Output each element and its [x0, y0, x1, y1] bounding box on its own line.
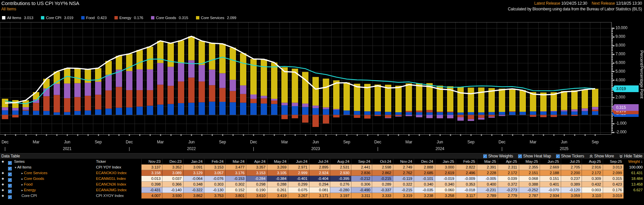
table-cell[interactable]: 2.172 [498, 170, 518, 176]
table-cell[interactable]: 2.930 [330, 170, 351, 176]
table-cell[interactable]: 0.068 [519, 176, 540, 182]
table-cell[interactable]: 0.176 [603, 187, 624, 193]
table-cell[interactable]: 0.075 [288, 187, 309, 193]
table-cell[interactable]: 0.003 [582, 187, 602, 193]
table-cell[interactable]: 2.924 [309, 170, 330, 176]
ticker-label[interactable]: CPI YOY Index [96, 164, 121, 170]
month-column-header[interactable]: Sep-25 [603, 159, 624, 164]
table-cell[interactable]: 3.862 [183, 193, 204, 199]
move-diamond-icon[interactable]: ◆ [2, 170, 4, 176]
cpi-contributions-chart[interactable] [0, 0, 644, 154]
series-column-header[interactable]: Series [14, 159, 24, 164]
table-cell[interactable]: -0.322 [183, 187, 204, 193]
month-column-header[interactable]: Jul-25 [561, 159, 582, 164]
legend-item-energy[interactable]: Energy0.176 [114, 16, 143, 20]
table-cell[interactable]: 3.753 [204, 193, 225, 199]
table-cell[interactable]: -0.064 [183, 176, 204, 182]
month-column-header[interactable]: Jan-25 [435, 159, 456, 164]
table-cell[interactable]: 2.172 [582, 170, 602, 176]
checkbox-checked-icon[interactable]: ✓ [483, 154, 487, 158]
table-cell[interactable]: 3.171 [309, 193, 330, 199]
table-cell[interactable]: 0.353 [456, 182, 477, 187]
table-cell[interactable]: 2.496 [456, 170, 477, 176]
series-name[interactable]: ▸Energy [21, 187, 36, 193]
checkbox-checked-icon[interactable]: ✓ [8, 195, 12, 199]
table-cell[interactable]: -0.005 [477, 176, 498, 182]
table-cell[interactable]: -0.076 [204, 176, 225, 182]
table-cell[interactable]: 2.762 [393, 170, 414, 176]
table-cell[interactable]: -0.119 [393, 176, 414, 182]
show-weights-toggle[interactable]: ✓Show Weights [483, 154, 513, 158]
table-cell[interactable]: 3.267 [288, 193, 309, 199]
table-cell[interactable]: 3.158 [141, 170, 162, 176]
table-cell[interactable]: -0.215 [372, 176, 393, 182]
table-cell[interactable]: 0.039 [498, 176, 518, 182]
table-cell[interactable]: 4.007 [141, 193, 162, 199]
table-cell[interactable]: 3.801 [225, 193, 246, 199]
table-cell[interactable]: 3.197 [330, 193, 351, 199]
show-tickers-toggle[interactable]: ✓Show Tickers [556, 154, 584, 158]
table-cell[interactable]: 2.391 [477, 164, 498, 170]
table-cell[interactable]: 3.153 [204, 164, 225, 170]
table-cell[interactable]: 3.019 [603, 193, 624, 199]
table-cell[interactable]: 3.013 [603, 164, 624, 170]
table-cell[interactable]: 2.895 [309, 164, 330, 170]
month-column-header[interactable]: Jan-24 [183, 159, 204, 164]
month-column-header[interactable]: Apr-25 [498, 159, 518, 164]
show-more-button[interactable]: Show More [589, 154, 614, 158]
table-cell[interactable]: 3.091 [183, 164, 204, 170]
table-cell[interactable]: 0.302 [225, 182, 246, 187]
table-cell[interactable]: 2.999 [288, 170, 309, 176]
table-cell[interactable]: -0.280 [330, 187, 351, 193]
table-cell[interactable]: 3.269 [267, 164, 288, 170]
table-cell[interactable]: -0.101 [414, 176, 435, 182]
move-diamond-icon[interactable]: ◆ [2, 176, 4, 182]
table-cell[interactable]: 3.238 [414, 193, 435, 199]
table-cell[interactable]: 0.013 [141, 176, 162, 182]
table-cell[interactable]: 2.862 [372, 170, 393, 176]
series-name[interactable]: ▸Food [21, 182, 33, 187]
table-cell[interactable]: 3.105 [267, 170, 288, 176]
table-cell[interactable]: 3.000 [435, 164, 456, 170]
table-cell[interactable]: 0.398 [141, 182, 162, 187]
table-cell[interactable]: 0.276 [330, 182, 351, 187]
month-column-header[interactable]: Dec-23 [162, 159, 183, 164]
table-cell[interactable]: 0.288 [267, 182, 288, 187]
table-cell[interactable]: 0.366 [162, 182, 183, 187]
table-cell[interactable]: 3.477 [225, 164, 246, 170]
table-cell[interactable]: 2.779 [498, 193, 518, 199]
expand-arrow-icon[interactable]: ▸ [21, 183, 23, 186]
table-cell[interactable]: 3.333 [372, 193, 393, 199]
table-cell[interactable]: 2.705 [561, 164, 582, 170]
table-cell[interactable]: 3.352 [162, 164, 183, 170]
legend-item-core-goods[interactable]: Core Goods0.315 [151, 16, 188, 20]
month-column-header[interactable]: Feb-24 [204, 159, 225, 164]
table-cell[interactable]: -0.212 [351, 176, 372, 182]
month-column-header[interactable]: Sep-24 [351, 159, 372, 164]
month-column-header[interactable]: Mar-25 [477, 159, 498, 164]
table-cell[interactable]: 2.099 [603, 170, 624, 176]
table-cell[interactable]: -0.337 [372, 187, 393, 193]
table-cell[interactable]: 2.598 [372, 164, 393, 170]
table-cell[interactable]: 2.749 [393, 164, 414, 170]
table-cell[interactable]: 2.619 [435, 170, 456, 176]
ticker-label[interactable]: CPI XYOY Index [96, 193, 124, 199]
table-cell[interactable]: -0.120 [561, 187, 582, 193]
table-cell[interactable]: 3.117 [456, 193, 477, 199]
expand-arrow-icon[interactable]: ▸ [21, 177, 23, 181]
table-cell[interactable]: 2.355 [519, 164, 540, 170]
month-column-header[interactable]: Nov-24 [393, 159, 414, 164]
ticker-label[interactable]: ECANCN36 Index [96, 182, 126, 187]
table-cell[interactable]: 2.971 [288, 164, 309, 170]
show-heat-map-toggle[interactable]: ✓Show Heat Map [518, 154, 551, 158]
table-cell[interactable]: 3.110 [582, 193, 602, 199]
table-cell[interactable]: 0.081 [309, 187, 330, 193]
table-cell[interactable]: 0.400 [477, 182, 498, 187]
table-cell[interactable]: 2.151 [519, 170, 540, 176]
table-cell[interactable]: 0.151 [540, 176, 560, 182]
table-cell[interactable]: -0.215 [393, 187, 414, 193]
ticker-label[interactable]: ECANM31L Index [96, 176, 126, 182]
month-column-header[interactable]: Jul-24 [309, 159, 330, 164]
month-column-header[interactable]: Feb-25 [456, 159, 477, 164]
move-diamond-icon[interactable]: ◆ [2, 187, 4, 193]
